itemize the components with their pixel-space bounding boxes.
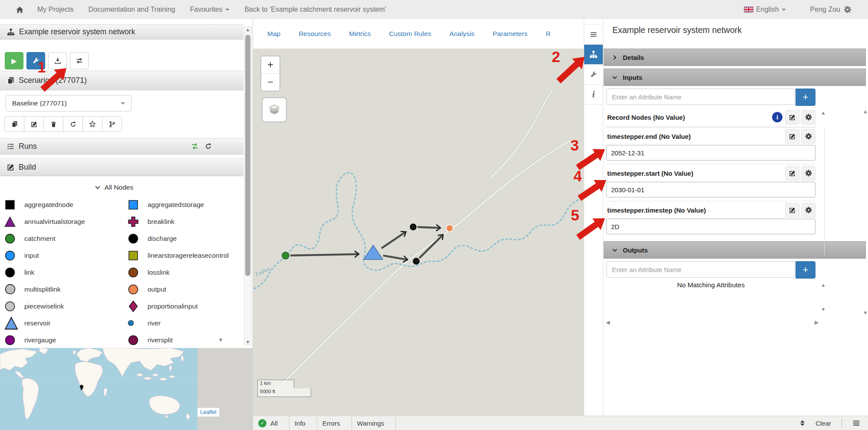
node-palette-label[interactable]: reservoir bbox=[24, 319, 128, 327]
node-palette-label[interactable]: river bbox=[148, 319, 239, 327]
filter-warnings[interactable]: Warnings bbox=[352, 416, 396, 430]
panel-scroll-right[interactable]: ▶ bbox=[815, 319, 819, 325]
panel-scroll-down[interactable]: ▼ bbox=[863, 310, 868, 316]
attribute-settings-button[interactable] bbox=[801, 203, 815, 217]
link-node-icon[interactable] bbox=[4, 267, 24, 278]
outputs-accordion[interactable]: Outputs bbox=[604, 241, 866, 259]
annualvirtualstorage-node-icon[interactable] bbox=[4, 216, 24, 227]
map-canvas[interactable]: Lufua + − 1 km 5000 ft bbox=[253, 49, 584, 416]
attribute-settings-button[interactable] bbox=[801, 110, 815, 125]
output-node-icon[interactable] bbox=[128, 284, 148, 295]
swap-icon[interactable] bbox=[190, 142, 200, 150]
all-nodes-toggle[interactable]: All Nodes bbox=[0, 181, 228, 194]
zoom-out-button[interactable]: − bbox=[261, 74, 279, 91]
view-tab[interactable]: Metrics bbox=[340, 30, 380, 38]
panel-scroll-left[interactable]: ◀ bbox=[606, 319, 610, 325]
attribute-settings-button[interactable] bbox=[801, 166, 815, 181]
attribute-value-input[interactable] bbox=[606, 182, 815, 197]
node-palette-label[interactable]: breaklink bbox=[148, 218, 239, 226]
proportionalinput-node-icon[interactable] bbox=[128, 301, 148, 312]
network-attributes-button[interactable] bbox=[584, 45, 603, 65]
riversplit-node-icon[interactable] bbox=[128, 335, 148, 346]
nav-item[interactable]: My Projects bbox=[30, 6, 81, 13]
edit-attribute-button[interactable] bbox=[785, 110, 799, 125]
reservoir-node-icon[interactable] bbox=[4, 316, 24, 330]
model-settings-button[interactable] bbox=[70, 52, 89, 69]
clear-messages-button[interactable]: Clear bbox=[815, 420, 831, 427]
edit-attribute-button[interactable] bbox=[785, 166, 799, 181]
sidebar-scrollbar[interactable]: ▲ ▼ bbox=[244, 26, 252, 345]
edit-scenario-button[interactable] bbox=[24, 116, 44, 132]
inputs-scroll-up[interactable]: ▲ bbox=[821, 110, 826, 116]
edit-attribute-button[interactable] bbox=[785, 203, 799, 217]
losslink-node-icon[interactable] bbox=[128, 267, 148, 278]
copy-scenario-button[interactable] bbox=[4, 116, 24, 132]
refresh-scenario-button[interactable] bbox=[63, 116, 83, 132]
filter-info[interactable]: Info bbox=[289, 416, 317, 430]
add-output-attribute-button[interactable]: + bbox=[796, 261, 815, 279]
scroll-up-icon[interactable]: ▲ bbox=[246, 26, 250, 33]
node-palette-label[interactable]: proportionalinput bbox=[148, 302, 239, 310]
link-map-node[interactable] bbox=[413, 258, 419, 264]
view-tab[interactable]: Resources bbox=[289, 30, 340, 38]
output-map-node[interactable] bbox=[446, 225, 453, 232]
piecewiselink-node-icon[interactable] bbox=[4, 301, 24, 312]
scrollbar-thumb[interactable] bbox=[245, 35, 250, 276]
discharge-node-icon[interactable] bbox=[128, 233, 148, 244]
build-header[interactable]: Build bbox=[0, 158, 243, 176]
node-palette-label[interactable]: catchment bbox=[24, 235, 128, 243]
run-button[interactable]: ▶ bbox=[5, 52, 23, 69]
river-node-icon[interactable] bbox=[128, 320, 148, 326]
map-layers-button[interactable] bbox=[262, 97, 287, 122]
view-tab[interactable]: R bbox=[536, 30, 559, 38]
nav-item[interactable]: Documentation and Training bbox=[81, 6, 183, 13]
inputs-attribute-input[interactable] bbox=[606, 89, 795, 105]
aggregatednode-node-icon[interactable] bbox=[4, 199, 24, 210]
reservoir-map-node[interactable] bbox=[364, 245, 383, 259]
filter-all[interactable]: ✓All bbox=[253, 416, 289, 430]
view-tab[interactable]: Parameters bbox=[483, 30, 536, 38]
node-palette-label[interactable]: piecewiselink bbox=[24, 302, 128, 310]
input-node-icon[interactable] bbox=[4, 250, 24, 261]
scroll-down-icon[interactable]: ▼ bbox=[246, 339, 250, 345]
delete-scenario-button[interactable] bbox=[43, 116, 63, 132]
node-palette-label[interactable]: rivergauge bbox=[24, 336, 128, 344]
node-palette-label[interactable]: riversplit bbox=[148, 336, 239, 344]
aggregatedstorage-node-icon[interactable] bbox=[128, 199, 148, 210]
node-palette-label[interactable]: link bbox=[24, 269, 128, 276]
outputs-scroll-down[interactable]: ▼ bbox=[821, 306, 826, 312]
panel-info-button[interactable]: i bbox=[584, 85, 603, 105]
info-circle-icon[interactable]: i bbox=[772, 112, 783, 122]
node-palette-label[interactable]: input bbox=[24, 252, 128, 259]
attribute-value-input[interactable] bbox=[606, 219, 815, 234]
edit-attribute-button[interactable] bbox=[785, 129, 799, 144]
refresh-icon[interactable] bbox=[205, 143, 212, 150]
panel-scroll-up[interactable]: ▲ bbox=[863, 108, 868, 115]
scenario-dropdown[interactable]: Baseline (277071) bbox=[6, 95, 132, 112]
node-palette-label[interactable]: output bbox=[148, 286, 239, 293]
view-tab[interactable]: Analysis bbox=[441, 30, 484, 38]
scenarios-header[interactable]: Scenarios (277071) bbox=[0, 71, 243, 90]
outputs-attribute-input[interactable] bbox=[606, 261, 795, 278]
setup-button[interactable] bbox=[26, 52, 45, 69]
leaflet-attribution[interactable]: Leaflet bbox=[197, 408, 219, 417]
language-selector[interactable]: English bbox=[744, 6, 786, 13]
hamburger-icon[interactable] bbox=[852, 419, 860, 427]
filter-errors[interactable]: Errors bbox=[317, 416, 352, 430]
node-palette-label[interactable]: aggregatednode bbox=[24, 201, 128, 209]
zoom-in-button[interactable]: + bbox=[261, 56, 279, 74]
world-minimap[interactable] bbox=[0, 348, 197, 430]
inputs-accordion[interactable]: Inputs bbox=[604, 69, 866, 86]
runs-header[interactable]: Runs bbox=[0, 138, 243, 154]
catchment-map-node[interactable] bbox=[282, 252, 289, 259]
panel-menu-button[interactable] bbox=[584, 24, 603, 45]
attribute-settings-button[interactable] bbox=[801, 129, 815, 144]
link-map-node[interactable] bbox=[410, 224, 416, 230]
export-button[interactable] bbox=[48, 52, 67, 69]
node-palette-label[interactable]: annualvirtualstorage bbox=[24, 218, 128, 226]
node-palette-label[interactable]: losslink bbox=[148, 269, 239, 276]
sort-icon[interactable] bbox=[800, 420, 805, 426]
branch-scenario-button[interactable] bbox=[102, 116, 122, 132]
details-accordion[interactable]: Details bbox=[604, 49, 866, 66]
outputs-scroll-up[interactable]: ▲ bbox=[821, 282, 826, 288]
